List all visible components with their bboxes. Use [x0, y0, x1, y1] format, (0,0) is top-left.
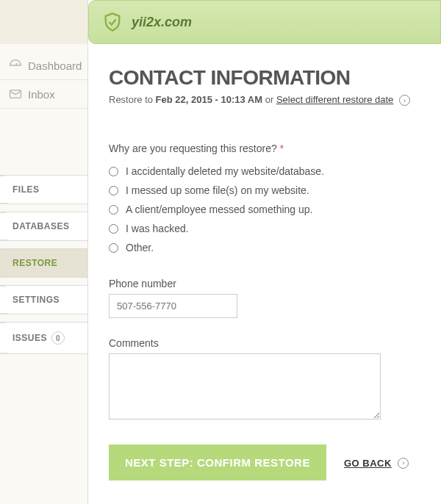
phone-input[interactable]: [109, 294, 237, 318]
page-title: CONTACT INFORMATION: [109, 66, 420, 90]
restore-line: Restore to Feb 22, 2015 - 10:13 AM or Se…: [109, 94, 420, 106]
sidebar-item-inbox[interactable]: Inbox: [0, 80, 87, 109]
reason-option-messed-files[interactable]: I messed up some file(s) on my website.: [109, 181, 420, 200]
radio-input[interactable]: [109, 167, 118, 176]
chevron-right-icon: ›: [398, 458, 409, 469]
reason-option-client[interactable]: A client/employee messed something up.: [109, 200, 420, 219]
sidebar: Dashboard Inbox FILES DATABASES RESTORE …: [0, 0, 88, 504]
tab-settings[interactable]: SETTINGS: [0, 285, 87, 314]
restore-date: Feb 22, 2015 - 10:13 AM: [156, 94, 262, 105]
radio-input[interactable]: [109, 186, 118, 195]
tab-issues[interactable]: ISSUES 0: [0, 322, 87, 354]
comments-label: Comments: [109, 337, 420, 349]
shield-icon: [102, 12, 123, 32]
reason-option-other[interactable]: Other.: [109, 238, 420, 257]
radio-input[interactable]: [109, 224, 118, 234]
radio-input[interactable]: [109, 243, 118, 253]
tab-databases[interactable]: DATABASES: [0, 212, 87, 241]
sidebar-item-label: Inbox: [28, 88, 55, 101]
tab-files[interactable]: FILES: [0, 175, 87, 204]
tab-restore[interactable]: RESTORE: [0, 248, 87, 278]
reason-option-deleted[interactable]: I accidentally deleted my website/databa…: [109, 162, 420, 181]
radio-input[interactable]: [109, 205, 118, 215]
header: yii2x.com: [88, 0, 441, 44]
chevron-right-icon: ›: [399, 95, 410, 106]
comments-textarea[interactable]: [109, 353, 381, 420]
issues-count-badge: 0: [51, 331, 65, 345]
reason-radios: I accidentally deleted my website/databa…: [109, 162, 420, 257]
main-content: CONTACT INFORMATION Restore to Feb 22, 2…: [88, 0, 441, 504]
sidebar-item-dashboard[interactable]: Dashboard: [0, 51, 87, 80]
gauge-icon: [9, 59, 22, 72]
sidebar-item-label: Dashboard: [28, 60, 82, 72]
go-back-link[interactable]: GO BACK ›: [344, 456, 409, 469]
phone-label: Phone number: [109, 278, 420, 289]
site-name: yii2x.com: [132, 15, 192, 30]
reason-label: Why are you requesting this restore? *: [109, 143, 420, 154]
next-step-button[interactable]: NEXT STEP: CONFIRM RESTORE: [109, 444, 326, 480]
mail-icon: [9, 87, 22, 101]
reason-option-hacked[interactable]: I was hacked.: [109, 219, 420, 238]
select-different-date-link[interactable]: Select different restore date: [276, 94, 393, 105]
